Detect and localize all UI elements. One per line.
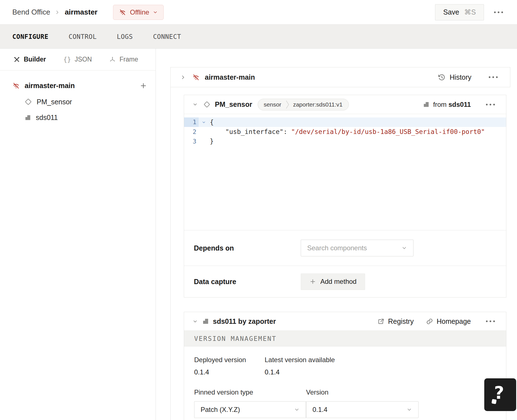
deployed-version-value: 0.1.4 — [194, 368, 265, 376]
wifi-off-icon — [192, 74, 200, 81]
mode-builder[interactable]: Builder — [13, 56, 46, 63]
code-line: 1 { — [184, 117, 506, 127]
version-select[interactable]: 0.1.4 — [306, 401, 419, 418]
collapse-chevron-icon[interactable] — [192, 319, 198, 324]
code-key: "usb_interface" — [210, 128, 283, 135]
frame-axes-icon — [109, 56, 116, 63]
latest-version-value: 0.1.4 — [265, 368, 496, 376]
attributes-code-editor[interactable]: 1 { 2 "usb_interface": "/dev/serial/by-i… — [184, 114, 506, 230]
breadcrumb-chevron-icon — [55, 10, 60, 15]
plus-icon — [309, 278, 316, 285]
component-tree: airmaster-main PM_sensor sds011 — [0, 70, 156, 125]
component-diamond-icon — [25, 98, 32, 105]
homepage-link[interactable]: Homepage — [426, 317, 471, 325]
module-icon — [202, 318, 209, 325]
component-card-pm-sensor: PM_sensor sensor zaporter:sds011:v1 from… — [184, 95, 506, 298]
part-card-airmaster-main: airmaster-main History — [170, 67, 510, 87]
component-diamond-icon — [203, 101, 210, 108]
save-button[interactable]: Save ⌘S — [435, 4, 484, 20]
version-management-header: VERSION MANAGEMENT — [184, 331, 506, 346]
badge-model: zaporter:sds011:v1 — [290, 101, 349, 108]
tree-item-pm-sensor[interactable]: PM_sensor — [0, 94, 156, 110]
tree-item-part[interactable]: airmaster-main — [0, 77, 156, 94]
component-type-badge: sensor zaporter:sds011:v1 — [258, 99, 349, 110]
breadcrumb-location[interactable]: Bend Office — [12, 8, 50, 16]
code-string-value: "/dev/serial/by-id/usb-1a86_USB_Serial-i… — [291, 128, 485, 135]
from-module-link[interactable]: from sds011 — [423, 101, 471, 108]
depends-on-label: Depends on — [194, 244, 301, 252]
tab-logs[interactable]: LOGS — [117, 33, 133, 40]
depends-on-row: Depends on Search components — [184, 230, 506, 266]
component-title: PM_sensor — [215, 100, 252, 108]
config-mode-switcher: Builder {} JSON Frame — [0, 49, 156, 70]
deployed-version-label: Deployed version — [194, 356, 265, 364]
history-button[interactable]: History — [438, 73, 471, 81]
badge-type: sensor — [258, 101, 286, 108]
config-main-panel: airmaster-main History PM_sensor sensor … — [156, 49, 517, 420]
code-line: 2 "usb_interface": "/dev/serial/by-id/us… — [184, 127, 506, 136]
part-title: airmaster-main — [205, 73, 255, 81]
tab-control[interactable]: CONTROL — [69, 33, 97, 40]
chevron-down-icon — [406, 407, 412, 412]
depends-on-select[interactable]: Search components — [301, 240, 413, 256]
module-card-sds011: sds011 by zaporter Registry Homepage VER… — [184, 312, 506, 420]
braces-icon: {} — [63, 56, 71, 63]
card-connector-line — [170, 87, 171, 420]
tab-connect[interactable]: CONNECT — [153, 33, 181, 40]
chevron-down-icon — [401, 245, 407, 251]
machine-config-page: Bend Office airmaster Offline Save ⌘S CO… — [0, 0, 517, 420]
badge-divider-chevron-icon — [286, 100, 290, 109]
mode-json[interactable]: {} JSON — [63, 56, 92, 63]
save-label: Save — [443, 8, 459, 16]
pinned-version-type-label: Pinned version type — [194, 388, 306, 396]
machine-menu-button[interactable] — [491, 9, 506, 16]
tree-part-label: airmaster-main — [25, 82, 75, 90]
mode-frame[interactable]: Frame — [109, 56, 138, 63]
pinned-version-type-select[interactable]: Patch (X.Y.Z) — [194, 401, 306, 418]
latest-version-label: Latest version available — [265, 356, 496, 364]
question-bubble-icon: ? — [491, 385, 509, 405]
external-link-icon — [377, 318, 384, 325]
help-widget-button[interactable]: ? — [484, 378, 516, 411]
add-method-button[interactable]: Add method — [301, 273, 365, 290]
history-icon — [438, 74, 445, 81]
registry-link[interactable]: Registry — [377, 317, 414, 325]
config-sidebar: Builder {} JSON Frame airmaster-main — [0, 49, 156, 420]
save-shortcut: ⌘S — [464, 8, 476, 16]
module-icon — [25, 114, 31, 121]
version-label: Version — [306, 388, 422, 396]
chevron-down-icon — [153, 10, 158, 15]
chevron-down-icon — [294, 407, 300, 412]
tab-configure[interactable]: CONFIGURE — [12, 33, 48, 40]
fold-chevron-icon[interactable] — [199, 120, 209, 124]
component-menu-button[interactable] — [483, 101, 498, 108]
tree-item-sds011[interactable]: sds011 — [0, 110, 156, 125]
status-label: Offline — [130, 8, 149, 16]
module-menu-button[interactable] — [483, 318, 498, 325]
tools-icon — [13, 56, 20, 63]
collapse-chevron-icon[interactable] — [192, 102, 198, 107]
top-bar: Bend Office airmaster Offline Save ⌘S — [0, 0, 517, 25]
wifi-off-icon — [12, 82, 20, 89]
data-capture-label: Data capture — [194, 278, 301, 286]
breadcrumb-machine-name: airmaster — [65, 8, 97, 16]
code-line: 3 } — [184, 136, 506, 146]
data-capture-row: Data capture Add method — [184, 266, 506, 297]
link-icon — [426, 318, 433, 325]
expand-chevron-icon[interactable] — [180, 74, 186, 80]
component-card-header: PM_sensor sensor zaporter:sds011:v1 from… — [184, 95, 506, 114]
module-card-header: sds011 by zaporter Registry Homepage — [184, 312, 506, 331]
module-title: sds011 by zaporter — [213, 317, 276, 325]
version-management-body: Deployed version Latest version availabl… — [184, 346, 506, 420]
wifi-off-icon — [119, 9, 126, 16]
part-menu-button[interactable] — [486, 74, 500, 81]
add-component-button[interactable] — [140, 82, 147, 89]
machine-tabs: CONFIGURE CONTROL LOGS CONNECT — [0, 25, 517, 49]
machine-status-dropdown[interactable]: Offline — [113, 5, 164, 20]
module-icon — [423, 101, 429, 108]
